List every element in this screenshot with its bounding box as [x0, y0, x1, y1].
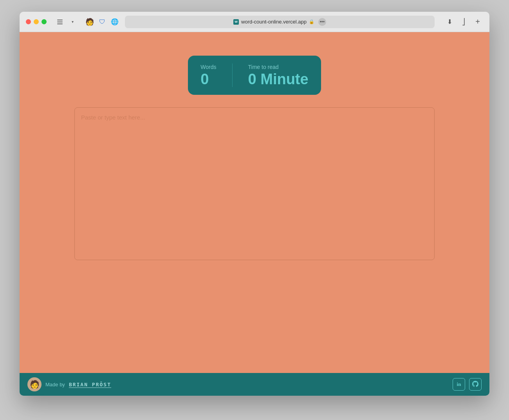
time-value: 0 Minute: [248, 72, 309, 87]
chevron-down-icon[interactable]: ▾: [67, 16, 78, 27]
text-input[interactable]: [74, 107, 435, 260]
favicon: W: [233, 19, 239, 25]
browser-titlebar: ▾ 🧑 🛡 🌐 W word-count-online.vercel.app 🔒…: [20, 12, 489, 32]
right-controls: ⬇ ⎦ +: [444, 16, 483, 27]
svg-rect-0: [57, 20, 63, 20]
sidebar-toggle-icon[interactable]: [54, 16, 65, 27]
lock-icon: 🔒: [309, 19, 314, 24]
words-stat: Words 0: [200, 64, 216, 87]
words-value: 0: [200, 72, 216, 87]
avatar: 🧑: [27, 377, 42, 391]
linkedin-icon: in: [457, 381, 461, 387]
page-content: Words 0 Time to read 0 Minute: [20, 32, 489, 373]
svg-rect-1: [57, 22, 63, 22]
share-icon[interactable]: ⎦: [458, 16, 469, 27]
downloads-icon[interactable]: ⬇: [444, 16, 455, 27]
github-button[interactable]: [469, 378, 482, 391]
shield-icon[interactable]: 🛡: [97, 16, 108, 27]
stats-card: Words 0 Time to read 0 Minute: [188, 56, 321, 95]
made-by-label: Made by: [45, 382, 65, 387]
address-bar[interactable]: W word-count-online.vercel.app 🔒 •••: [125, 16, 435, 28]
browser-icons: ▾: [54, 16, 78, 27]
stat-divider: [232, 63, 233, 87]
profile-icon[interactable]: 🧑: [84, 16, 95, 27]
svg-rect-2: [57, 24, 63, 24]
linkedin-button[interactable]: in: [453, 378, 465, 391]
traffic-lights: [26, 19, 47, 24]
time-label: Time to read: [248, 64, 309, 70]
minimize-button[interactable]: [34, 19, 39, 24]
new-tab-icon[interactable]: +: [472, 16, 483, 27]
github-icon: [472, 381, 478, 388]
words-label: Words: [200, 64, 216, 70]
translate-icon[interactable]: 🌐: [109, 16, 120, 27]
url-text: word-count-online.vercel.app: [241, 19, 307, 25]
time-to-read-stat: Time to read 0 Minute: [248, 64, 309, 87]
address-bar-menu[interactable]: •••: [318, 18, 326, 26]
page-footer: 🧑 Made by BRIAN PRŌST in: [20, 373, 489, 396]
browser-window: ▾ 🧑 🛡 🌐 W word-count-online.vercel.app 🔒…: [20, 12, 489, 396]
footer-right: in: [453, 378, 482, 391]
footer-left: 🧑 Made by BRIAN PRŌST: [27, 377, 111, 391]
author-name[interactable]: BRIAN PRŌST: [69, 382, 111, 387]
close-button[interactable]: [26, 19, 31, 24]
maximize-button[interactable]: [42, 19, 47, 24]
